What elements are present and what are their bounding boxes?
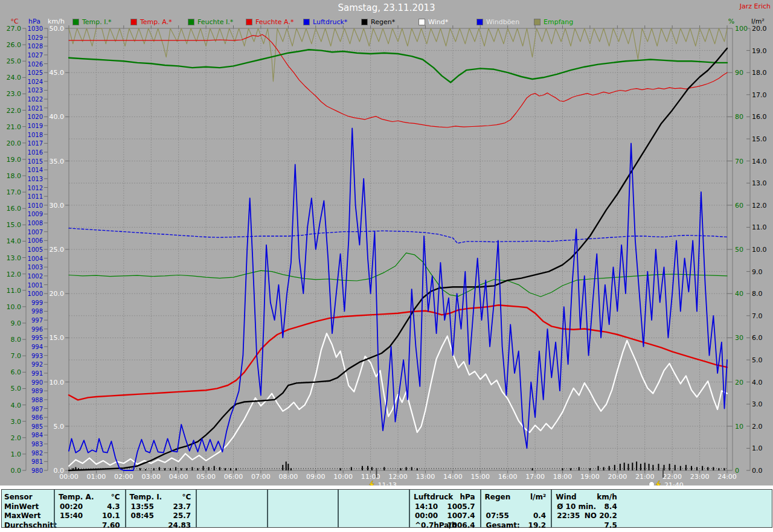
hpa-tick-label: 1019 [28, 123, 43, 129]
rain-rate-bar [718, 468, 719, 470]
kmh-tick-label: 25.0 [50, 246, 65, 254]
hpa-tick-label: 1004 [28, 255, 43, 262]
hpa-tick-label: 1030 [28, 25, 43, 32]
kmh-tick-label: 15.0 [50, 334, 65, 342]
pct-tick-label: 20 [735, 379, 743, 386]
pct-tick-label: 90 [735, 69, 743, 77]
rain-rate-bar [640, 464, 641, 470]
pct-axis-header: % [728, 18, 734, 25]
temp-tick-label: 9.0 [11, 319, 22, 327]
kmh-axis-header: km/h [48, 18, 65, 25]
table-value: 1007.4 [409, 511, 475, 520]
rain-rate-bar [287, 464, 289, 470]
rain-rate-bar [636, 461, 637, 470]
rain-rate-bar [579, 467, 580, 470]
hpa-tick-label: 995 [31, 335, 43, 341]
table-divider [267, 490, 268, 527]
temp-tick-label: 17.0 [7, 188, 22, 196]
kmh-tick-label: 20.0 [50, 290, 65, 298]
lm2-tick-label: 0.0 [752, 467, 763, 475]
hpa-tick-label: 996 [31, 326, 43, 333]
temp-tick-label: 15.0 [7, 221, 22, 229]
rain-rate-bar [624, 463, 625, 470]
hpa-tick-label: 1018 [28, 132, 43, 138]
pct-tick-label: 80 [735, 113, 743, 121]
hpa-tick-label: 1012 [28, 185, 43, 191]
time-label: 20:00 [608, 473, 627, 481]
hpa-tick-label: 1017 [28, 140, 43, 147]
rain-rate-bar [340, 468, 341, 470]
rain-rate-bar [159, 467, 160, 470]
time-label: 00:00 [59, 473, 79, 481]
table-group-unit: °C [54, 493, 120, 501]
temp-tick-label: 24.0 [7, 74, 22, 82]
rain-rate-bar [411, 467, 412, 470]
rain-rate-bar [362, 466, 363, 470]
rain-rate-bar [680, 466, 681, 470]
hpa-tick-label: 992 [31, 361, 43, 368]
rain-rate-bar [669, 464, 670, 470]
table-group-unit: hPa [409, 493, 475, 501]
table-value: NO 20.2 [551, 511, 617, 520]
pct-tick-label: 10 [735, 423, 743, 431]
time-label: 17:00 [525, 473, 545, 481]
hpa-tick-label: 1021 [28, 105, 43, 112]
rain-rate-bar [685, 465, 687, 470]
hpa-tick-label: 1009 [28, 211, 43, 217]
hpa-tick-label: 1020 [28, 114, 43, 120]
time-label: 15:00 [470, 473, 490, 481]
hpa-tick-label: 980 [31, 467, 43, 474]
hpa-tick-label: 1003 [28, 264, 43, 271]
hpa-tick-label: 988 [31, 397, 43, 403]
rain-rate-bar [603, 467, 605, 470]
hpa-tick-label: 998 [31, 308, 43, 315]
kmh-tick-label: 40.0 [50, 113, 65, 121]
lm2-tick-label: 13.0 [752, 179, 767, 187]
table-value: 1005.7 [409, 502, 475, 511]
temp-axis-header: °C [10, 18, 19, 25]
time-label: 21:00 [635, 473, 655, 481]
temp-tick-label: 7.0 [11, 352, 22, 360]
kmh-tick-label: 35.0 [50, 158, 65, 165]
kmh-tick-label: 10.0 [50, 379, 65, 386]
hpa-tick-label: 984 [31, 432, 43, 438]
table-value: 19.2 [480, 521, 547, 530]
hpa-tick-label: 981 [31, 458, 43, 465]
rain-rate-bar [383, 467, 385, 470]
time-label: 01:00 [87, 473, 106, 481]
hpa-tick-label: 1014 [28, 167, 43, 173]
temp-tick-label: 22.0 [7, 107, 22, 115]
lm2-axis-header: l/m² [751, 18, 765, 25]
rain-rate-bar [400, 468, 402, 470]
rain-rate-bar [214, 466, 215, 470]
temp-tick-label: 10.0 [7, 303, 22, 311]
table-value: 4.3 [54, 502, 120, 511]
kmh-tick-label: 30.0 [50, 202, 65, 210]
time-label: 18:00 [553, 473, 573, 481]
rain-rate-bar [203, 466, 204, 470]
time-label: 09:00 [306, 473, 326, 481]
table-value: 25.7 [125, 511, 191, 520]
rain-rate-bar [140, 468, 141, 470]
hpa-tick-label: 1002 [28, 273, 43, 280]
hpa-tick-label: 985 [31, 423, 43, 430]
rain-rate-bar [649, 464, 650, 470]
table-row-label: Durchschnitt [4, 521, 57, 530]
hpa-tick-label: 1029 [28, 34, 43, 41]
lm2-tick-label: 2.0 [752, 423, 763, 431]
table-value: 7.5 [551, 521, 617, 530]
hpa-tick-label: 1005 [28, 246, 43, 253]
kmh-tick-label: 45.0 [50, 69, 65, 77]
table-value: 7.60 [54, 521, 120, 530]
lm2-tick-label: 8.0 [752, 290, 763, 298]
rain-rate-bar [675, 465, 676, 470]
time-label: 10:00 [333, 473, 353, 481]
temp-tick-label: 18.0 [7, 172, 22, 180]
temp-tick-label: 12.0 [7, 271, 22, 278]
table-group-unit: °C [125, 493, 191, 501]
temp-tick-label: 21.0 [7, 123, 22, 131]
lm2-tick-label: 17.0 [752, 91, 767, 99]
hpa-tick-label: 1008 [28, 220, 43, 226]
rain-rate-bar [230, 468, 231, 470]
hpa-tick-label: 1016 [28, 149, 43, 156]
